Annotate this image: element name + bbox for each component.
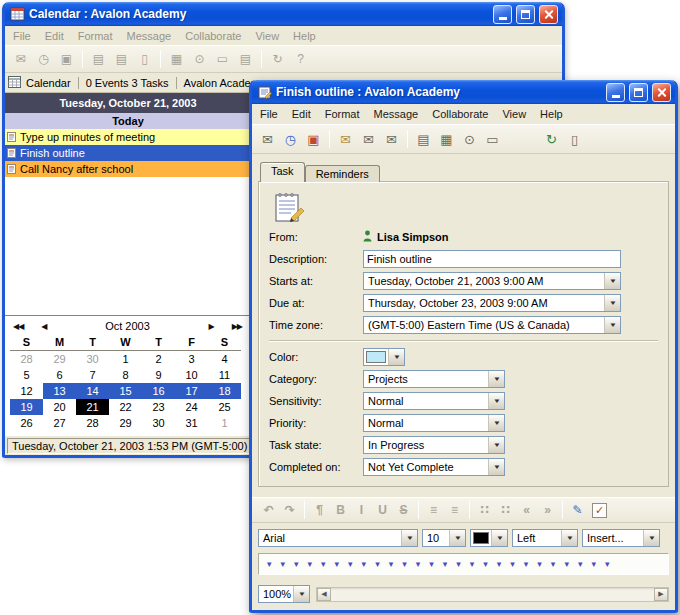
mark-complete-icon[interactable]: ▣: [302, 129, 325, 150]
prev-year-button[interactable]: ◀◀: [10, 320, 26, 333]
calendar-day-cell[interactable]: 4: [208, 351, 241, 367]
bullet-list-icon[interactable]: ∷: [474, 501, 495, 520]
next-year-button[interactable]: ▶▶: [229, 320, 245, 333]
calendar-day-cell[interactable]: 23: [142, 399, 175, 415]
align-left-icon[interactable]: ≡: [423, 501, 444, 520]
calendar-day-cell[interactable]: 30: [142, 415, 175, 431]
schedule-icon[interactable]: ◷: [32, 49, 55, 70]
tab-task[interactable]: Task: [260, 162, 305, 182]
menu-help[interactable]: Help: [533, 107, 570, 121]
prev-month-button[interactable]: ◀: [38, 320, 49, 333]
refresh-icon[interactable]: ↻: [540, 129, 563, 150]
chevron-down-icon[interactable]: [293, 586, 309, 602]
spellcheck-icon[interactable]: ✓: [592, 503, 607, 518]
help-icon[interactable]: ?: [289, 49, 312, 70]
chevron-down-icon[interactable]: [491, 530, 507, 546]
menu-message[interactable]: Message: [120, 29, 179, 43]
due-at-select[interactable]: Thursday, October 23, 2003 9:00 AM: [363, 294, 621, 312]
paste-icon[interactable]: ▤: [110, 49, 133, 70]
chevron-down-icon[interactable]: [488, 415, 504, 431]
calendar-day-cell[interactable]: 14: [76, 383, 109, 399]
new-task-icon[interactable]: ▣: [55, 49, 78, 70]
align-select[interactable]: Left: [512, 529, 578, 547]
folder-icon[interactable]: ▭: [481, 129, 504, 150]
menu-edit[interactable]: Edit: [38, 29, 71, 43]
calendar-day-cell[interactable]: 28: [76, 415, 109, 431]
calendar-day-cell[interactable]: 20: [43, 399, 76, 415]
close-button[interactable]: [652, 83, 671, 102]
menu-collaborate[interactable]: Collaborate: [425, 107, 495, 121]
close-button[interactable]: [539, 5, 558, 24]
menu-collaborate[interactable]: Collaborate: [178, 29, 248, 43]
print-icon[interactable]: ▦: [165, 49, 188, 70]
new-message-icon[interactable]: ✉: [9, 49, 32, 70]
font-color-select[interactable]: [470, 529, 508, 547]
calendar-day-cell[interactable]: 27: [43, 415, 76, 431]
task-state-select[interactable]: In Progress: [363, 436, 505, 454]
chevron-down-icon[interactable]: [388, 349, 404, 365]
calendar-day-cell[interactable]: 12: [10, 383, 43, 399]
menu-format[interactable]: Format: [71, 29, 120, 43]
zoom-select[interactable]: 100%: [258, 585, 310, 603]
paragraph-icon[interactable]: ¶: [309, 501, 330, 520]
maximize-button[interactable]: [516, 5, 535, 24]
menu-edit[interactable]: Edit: [285, 107, 318, 121]
calendar-day-cell[interactable]: 24: [175, 399, 208, 415]
task-list-item[interactable]: Call Nancy after school: [5, 161, 251, 177]
chevron-down-icon[interactable]: [488, 459, 504, 475]
calendar-day-cell[interactable]: 18: [208, 383, 241, 399]
indent-icon[interactable]: »: [537, 501, 558, 520]
calendar-day-cell[interactable]: 6: [43, 367, 76, 383]
bold-icon[interactable]: B: [330, 501, 351, 520]
align-center-icon[interactable]: ≡: [444, 501, 465, 520]
print-preview-icon[interactable]: ▤: [412, 129, 435, 150]
schedule-icon[interactable]: ◷: [279, 129, 302, 150]
numbered-list-icon[interactable]: ∷: [495, 501, 516, 520]
calendar-day-cell-selected[interactable]: 19: [10, 399, 43, 415]
scroll-right-icon[interactable]: [654, 588, 668, 601]
task-titlebar[interactable]: Finish outline : Avalon Academy: [252, 80, 675, 104]
calendar-day-cell[interactable]: 25: [208, 399, 241, 415]
outdent-icon[interactable]: «: [516, 501, 537, 520]
sensitivity-select[interactable]: Normal: [363, 392, 505, 410]
chevron-down-icon[interactable]: [401, 530, 417, 546]
chevron-down-icon[interactable]: [561, 530, 577, 546]
refresh-icon[interactable]: ↻: [266, 49, 289, 70]
completed-on-select[interactable]: Not Yet Complete: [363, 458, 505, 476]
calendar-day-cell[interactable]: 15: [109, 383, 142, 399]
chevron-down-icon[interactable]: [449, 530, 465, 546]
calendar-day-cell[interactable]: 16: [142, 383, 175, 399]
calendar-day-cell[interactable]: 29: [109, 415, 142, 431]
starts-at-select[interactable]: Tuesday, October 21, 2003 9:00 AM: [363, 272, 621, 290]
task-list-item[interactable]: Finish outline: [5, 145, 251, 161]
menu-message[interactable]: Message: [367, 107, 426, 121]
font-size-select[interactable]: 10: [422, 529, 466, 547]
redo-icon[interactable]: ↷: [279, 501, 300, 520]
delete-icon[interactable]: ▯: [133, 49, 156, 70]
menu-file[interactable]: File: [253, 107, 285, 121]
chevron-down-icon[interactable]: [488, 371, 504, 387]
month-label[interactable]: Oct 2003: [49, 320, 205, 332]
calendar-day-cell[interactable]: 30: [76, 351, 109, 367]
chevron-down-icon[interactable]: [604, 273, 620, 289]
chevron-down-icon[interactable]: [488, 437, 504, 453]
deliver-mail-icon[interactable]: ✉: [357, 129, 380, 150]
signature-icon[interactable]: ✎: [567, 501, 588, 520]
menu-view[interactable]: View: [248, 29, 286, 43]
copy-icon[interactable]: ▤: [87, 49, 110, 70]
calendar-day-cell[interactable]: 5: [10, 367, 43, 383]
calendar-day-cell[interactable]: 28: [10, 351, 43, 367]
insert-select[interactable]: Insert...: [582, 529, 660, 547]
mail-options-icon[interactable]: ✉: [380, 129, 403, 150]
menu-format[interactable]: Format: [318, 107, 367, 121]
tab-reminders[interactable]: Reminders: [305, 165, 380, 182]
calendar-day-cell[interactable]: 29: [43, 351, 76, 367]
address-book-icon[interactable]: ▭: [211, 49, 234, 70]
calendar-day-cell[interactable]: 31: [175, 415, 208, 431]
scroll-left-icon[interactable]: [317, 588, 331, 601]
delete-icon[interactable]: ▯: [563, 129, 586, 150]
find-icon[interactable]: ⊙: [458, 129, 481, 150]
chevron-down-icon[interactable]: [604, 295, 620, 311]
chevron-down-icon[interactable]: [488, 393, 504, 409]
minimize-button[interactable]: [493, 5, 512, 24]
